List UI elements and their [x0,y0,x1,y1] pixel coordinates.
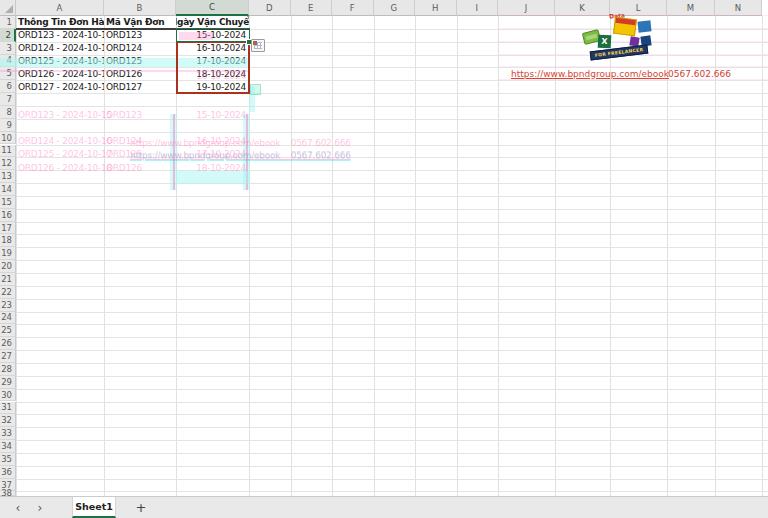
cell-B5[interactable]: ORD126 [104,67,176,80]
logo-excel-icon: X [598,35,612,49]
column-header-B[interactable]: B [104,0,176,16]
cell-B4[interactable]: ORD125 [104,55,176,68]
column-header-C[interactable]: C [176,0,249,16]
row-header-22[interactable]: 22 [0,286,16,299]
embedded-logo-image[interactable]: Data X FOR FREELANCER [583,12,661,60]
column-header-A[interactable]: A [16,0,104,16]
row-header-7[interactable]: 7 [0,93,16,106]
row-header-24[interactable]: 24 [0,312,16,325]
gridline-vertical [332,16,333,496]
column-header-E[interactable]: E [291,0,333,16]
gridline-horizontal [16,440,768,441]
cell-A6[interactable]: ORD127 - 2024-10-19 [16,80,104,93]
gridline-horizontal [16,170,768,171]
row-header-33[interactable]: 33 [0,427,16,440]
gridline-vertical [498,16,499,496]
cell-B3[interactable]: ORD124 [104,42,176,55]
row-header-15[interactable]: 15 [0,196,16,209]
paste-options-clipboard-icon [253,41,257,45]
cell-A1[interactable]: Thông Tin Đơn Hàng [16,16,104,29]
gridline-horizontal [16,119,768,120]
row-header-5[interactable]: 5 [0,67,16,80]
row-header-3[interactable]: 3 [0,42,16,55]
row-header-34[interactable]: 34 [0,440,16,453]
column-header-N[interactable]: N [715,0,762,16]
row-header-36[interactable]: 36 [0,466,16,479]
cell-A3[interactable]: ORD124 - 2024-10-16 [16,42,104,55]
row-header-12[interactable]: 12 [0,157,16,170]
cell-C5[interactable]: 18-10-2024 [176,67,249,80]
row-header-35[interactable]: 35 [0,453,16,466]
gridline-horizontal [16,247,768,248]
column-header-M[interactable]: M [667,0,715,16]
row-header-28[interactable]: 28 [0,363,16,376]
row-header-27[interactable]: 27 [0,350,16,363]
row-header-14[interactable]: 14 [0,183,16,196]
column-header-D[interactable]: D [249,0,291,16]
cell-C3[interactable]: 16-10-2024 [176,42,249,55]
column-header-I[interactable]: I [457,0,499,16]
cell-C2[interactable]: 15-10-2024 [176,29,249,42]
prev-sheet-arrow[interactable]: ‹ [10,497,26,518]
row-header-11[interactable]: 11 [0,145,16,158]
gridline-horizontal [16,312,768,313]
watermark-pink-vbar [173,114,175,190]
cell-C1[interactable]: Ngày Vận Chuyển [176,16,249,29]
gridline-vertical [374,16,375,496]
spreadsheet-stage: ABCDEFGHIJKLMN12345678910111213141516171… [0,0,768,518]
row-header-2[interactable]: 2 [0,29,16,42]
cell-A5[interactable]: ORD126 - 2024-10-18 [16,67,104,80]
row-header-30[interactable]: 30 [0,389,16,402]
cell-B2[interactable]: ORD123 [104,29,176,42]
row-header-4[interactable]: 4 [0,55,16,68]
row-header-31[interactable]: 31 [0,402,16,415]
row-header-21[interactable]: 21 [0,273,16,286]
gridline-horizontal [16,376,768,377]
cell-A2[interactable]: ORD123 - 2024-10-15 [16,29,104,42]
cell-C4[interactable]: 17-10-2024 [176,55,249,68]
gridline-horizontal [16,273,768,274]
row-header-19[interactable]: 19 [0,247,16,260]
watermark-phone-text: 0567.602.666 [291,150,351,160]
cell-B6[interactable]: ORD127 [104,80,176,93]
paste-options-icon[interactable] [251,39,265,52]
row-header-18[interactable]: 18 [0,234,16,247]
select-all-corner[interactable] [0,0,16,16]
row-header-25[interactable]: 25 [0,324,16,337]
row-header-16[interactable]: 16 [0,209,16,222]
row-header-1[interactable]: 1 [0,16,16,29]
gridline-horizontal [16,453,768,454]
gridline-horizontal [16,350,768,351]
watermark-link-line: https://www.bpndgroup.com/ebook 0567.602… [130,150,351,160]
gridline-horizontal [16,414,768,415]
row-header-29[interactable]: 29 [0,376,16,389]
row-header-20[interactable]: 20 [0,260,16,273]
cell-A4[interactable]: ORD125 - 2024-10-17 [16,55,104,68]
ebook-hyperlink[interactable]: https://www.bpndgroup.com/ebook [511,68,669,81]
gridline-horizontal [16,427,768,428]
row-header-13[interactable]: 13 [0,170,16,183]
gridline-horizontal [16,286,768,287]
row-header-32[interactable]: 32 [0,414,16,427]
gridline-horizontal [16,93,768,94]
add-sheet-button[interactable]: + [132,497,150,518]
gridline-horizontal [16,479,768,480]
row-header-26[interactable]: 26 [0,337,16,350]
cell-B1[interactable]: Mã Vận Đơn [104,16,176,29]
gridline-horizontal [16,402,768,403]
gridline-horizontal [16,157,768,158]
column-header-H[interactable]: H [415,0,457,16]
column-header-J[interactable]: J [498,0,555,16]
column-header-G[interactable]: G [374,0,416,16]
row-header-23[interactable]: 23 [0,299,16,312]
sheet-tab-bar: ‹ › Sheet1 + [0,496,768,518]
next-sheet-arrow[interactable]: › [32,497,48,518]
row-header-17[interactable]: 17 [0,222,16,235]
tab-sheet1[interactable]: Sheet1 [72,497,116,518]
row-header-9[interactable]: 9 [0,119,16,132]
cell-C6[interactable]: 19-10-2024 [176,80,249,93]
column-header-F[interactable]: F [332,0,374,16]
row-header-8[interactable]: 8 [0,106,16,119]
row-header-6[interactable]: 6 [0,80,16,93]
row-header-10[interactable]: 10 [0,132,16,145]
